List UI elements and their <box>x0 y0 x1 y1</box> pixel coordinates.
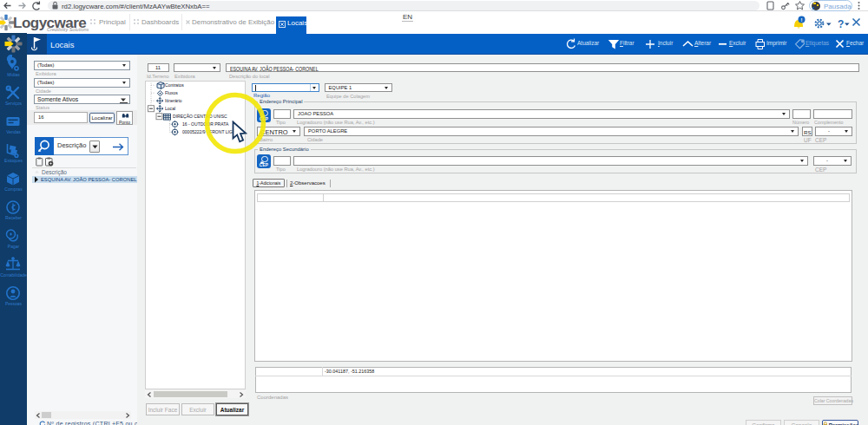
svg-text:!: ! <box>801 17 803 23</box>
svg-text:?: ? <box>838 18 844 30</box>
